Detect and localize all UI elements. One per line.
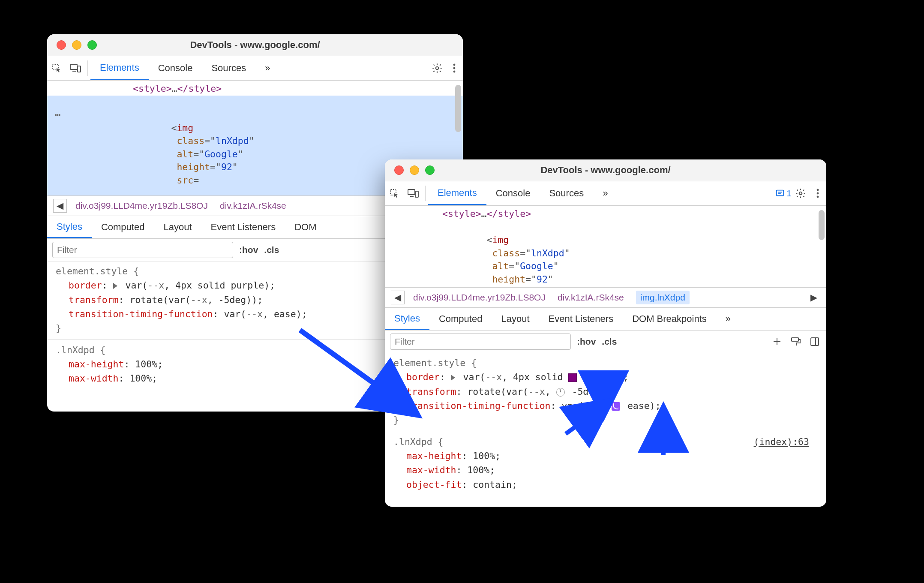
color-swatch-icon[interactable] — [568, 373, 577, 382]
css-rule-transform[interactable]: transform: rotate(var(--x, -5deg)); — [393, 385, 818, 399]
subtab-styles[interactable]: Styles — [385, 308, 429, 330]
svg-rect-10 — [777, 190, 784, 196]
hov-toggle[interactable]: :hov — [239, 245, 258, 255]
css-rule[interactable]: object-fit: contain; — [393, 478, 818, 492]
svg-point-5 — [453, 67, 456, 69]
close-button[interactable] — [394, 165, 404, 175]
subtab-event[interactable]: Event Listeners — [539, 308, 623, 330]
selector[interactable]: element.style { — [393, 356, 818, 370]
add-rule-icon[interactable] — [771, 337, 783, 346]
tab-sources[interactable]: Sources — [202, 56, 255, 80]
svg-point-3 — [436, 67, 439, 70]
crumb-item[interactable]: div.o3j99.LLD4me.yr19Zb.LS8OJ — [413, 292, 546, 303]
scrollbar[interactable] — [455, 85, 461, 132]
zoom-button[interactable] — [87, 40, 97, 50]
inspect-icon[interactable] — [385, 188, 404, 198]
main-toolbar: Elements Console Sources » — [47, 56, 463, 81]
source-link[interactable]: (index):63 — [754, 435, 809, 449]
breadcrumb-left[interactable]: ◀ — [53, 199, 67, 213]
devtools-window-after: DevTools - www.google.com/ Elements Cons… — [385, 159, 826, 507]
breadcrumb-left[interactable]: ◀ — [391, 291, 405, 304]
paint-icon[interactable] — [789, 337, 802, 346]
crumb-item[interactable]: div.k1zIA.rSk4se — [220, 201, 286, 211]
crumb-item[interactable]: div.k1zIA.rSk4se — [558, 292, 624, 303]
filter-row: :hov .cls — [385, 331, 826, 353]
gear-icon[interactable] — [429, 63, 446, 74]
breadcrumb-right[interactable]: ▶ — [807, 291, 820, 304]
svg-rect-2 — [78, 66, 81, 72]
dom-node-img[interactable]: <img class="lnXdpd" alt="Google" height=… — [385, 221, 826, 287]
panel-layout-icon[interactable] — [808, 337, 821, 346]
tab-more[interactable]: » — [593, 181, 617, 205]
cls-toggle[interactable]: .cls — [264, 245, 279, 255]
tab-more[interactable]: » — [255, 56, 279, 80]
titlebar: DevTools - www.google.com/ — [47, 34, 463, 56]
tab-sources[interactable]: Sources — [540, 181, 593, 205]
expand-icon[interactable] — [113, 283, 117, 289]
crumb-item-active[interactable]: img.lnXdpd — [636, 291, 690, 304]
css-rule-ttf[interactable]: transition-timing-function: var(--x, eas… — [393, 399, 818, 413]
crumb-item[interactable]: div.o3j99.LLD4me.yr19Zb.LS8OJ — [75, 201, 208, 211]
device-icon[interactable] — [404, 189, 423, 198]
subtab-layout[interactable]: Layout — [492, 308, 539, 330]
scrollbar[interactable] — [819, 210, 825, 240]
svg-point-4 — [453, 64, 456, 66]
kebab-icon[interactable] — [446, 63, 463, 73]
styles-subtabs: Styles Computed Layout Event Listeners D… — [385, 308, 826, 331]
window-title: DevTools - www.google.com/ — [47, 39, 463, 51]
easing-swatch-icon[interactable] — [612, 402, 620, 411]
svg-rect-16 — [811, 338, 819, 346]
kebab-icon[interactable] — [809, 189, 826, 198]
tab-elements[interactable]: Elements — [90, 56, 149, 80]
svg-point-11 — [799, 192, 802, 195]
subtab-dom[interactable]: DOM — [285, 216, 326, 238]
window-title: DevTools - www.google.com/ — [385, 165, 826, 176]
css-rule[interactable]: max-height: 100%; — [393, 449, 818, 463]
traffic-lights — [47, 40, 97, 50]
main-toolbar: Elements Console Sources » 1 — [385, 181, 826, 206]
filter-input[interactable] — [52, 242, 233, 258]
dom-tree-panel[interactable]: <style>…</style> <img class="lnXdpd" alt… — [385, 206, 826, 287]
svg-rect-1 — [70, 64, 77, 69]
tab-console[interactable]: Console — [149, 56, 202, 80]
subtab-event[interactable]: Event Listeners — [201, 216, 285, 238]
tab-console[interactable]: Console — [486, 181, 540, 205]
expand-icon[interactable] — [451, 375, 455, 381]
subtab-computed[interactable]: Computed — [92, 216, 154, 238]
selector[interactable]: .lnXdpd { — [393, 436, 444, 447]
svg-rect-9 — [415, 191, 418, 197]
styles-panel[interactable]: element.style { border: var(--x, 4px sol… — [385, 353, 826, 507]
subtab-more[interactable]: » — [716, 308, 740, 330]
cls-toggle[interactable]: .cls — [602, 337, 617, 347]
subtab-layout[interactable]: Layout — [154, 216, 201, 238]
filter-input[interactable] — [390, 334, 571, 350]
device-icon[interactable] — [66, 63, 85, 73]
subtab-styles[interactable]: Styles — [47, 216, 92, 238]
svg-point-14 — [817, 196, 819, 198]
hov-toggle[interactable]: :hov — [577, 337, 596, 347]
issues-icon[interactable]: 1 — [775, 189, 792, 198]
zoom-button[interactable] — [425, 165, 435, 175]
rule-close: } — [393, 413, 818, 427]
svg-rect-8 — [408, 189, 415, 195]
css-rule[interactable]: max-width: 100%; — [393, 463, 818, 477]
issues-count: 1 — [786, 189, 791, 198]
close-button[interactable] — [57, 40, 66, 50]
gear-icon[interactable] — [792, 188, 809, 199]
minimize-button[interactable] — [72, 40, 81, 50]
css-rule-border[interactable]: border: var(--x, 4px solid purple); — [393, 370, 818, 384]
dom-node-style[interactable]: <style>…</style> — [385, 207, 826, 221]
tab-elements[interactable]: Elements — [428, 181, 486, 205]
angle-swatch-icon[interactable] — [556, 388, 565, 397]
dom-node-style[interactable]: <style>…</style> — [47, 82, 463, 96]
subtab-dom[interactable]: DOM Breakpoints — [623, 308, 716, 330]
svg-point-12 — [817, 189, 819, 191]
inspect-icon[interactable] — [47, 63, 66, 73]
subtab-computed[interactable]: Computed — [429, 308, 492, 330]
minimize-button[interactable] — [410, 165, 419, 175]
svg-point-6 — [453, 71, 456, 73]
svg-rect-15 — [792, 338, 798, 341]
titlebar: DevTools - www.google.com/ — [385, 159, 826, 181]
svg-point-13 — [817, 192, 819, 195]
breadcrumb[interactable]: ◀ div.o3j99.LLD4me.yr19Zb.LS8OJ div.k1zI… — [385, 287, 826, 308]
